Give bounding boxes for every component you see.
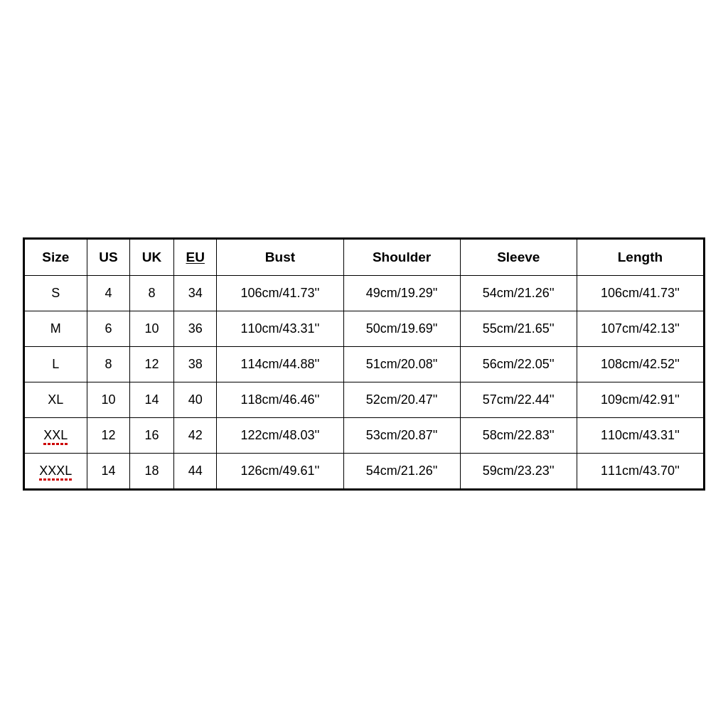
cell-length: 107cm/42.13'' [577, 311, 703, 347]
table-row: S4834106cm/41.73''49cm/19.29''54cm/21.26… [25, 276, 704, 311]
cell-shoulder: 50cm/19.69'' [343, 311, 460, 347]
cell-eu: 44 [174, 454, 217, 489]
table-row: XXXL141844126cm/49.61''54cm/21.26''59cm/… [25, 454, 704, 489]
cell-eu: 42 [174, 418, 217, 454]
table-row: XL101440118cm/46.46''52cm/20.47''57cm/22… [25, 382, 704, 418]
cell-shoulder: 53cm/20.87'' [343, 418, 460, 454]
cell-shoulder: 51cm/20.08'' [343, 347, 460, 382]
cell-eu: 40 [174, 382, 217, 418]
cell-length: 111cm/43.70'' [577, 454, 703, 489]
cell-eu: 34 [174, 276, 217, 311]
cell-us: 6 [87, 311, 129, 347]
table-header-row: Size US UK EU Bust Shoulder Sleeve Lengt… [25, 240, 704, 276]
cell-uk: 10 [130, 311, 174, 347]
header-size: Size [25, 240, 87, 276]
header-shoulder: Shoulder [343, 240, 460, 276]
cell-uk: 18 [130, 454, 174, 489]
cell-size: M [25, 311, 87, 347]
cell-length: 110cm/43.31'' [577, 418, 703, 454]
cell-bust: 114cm/44.88'' [217, 347, 343, 382]
cell-us: 8 [87, 347, 129, 382]
cell-bust: 126cm/49.61'' [217, 454, 343, 489]
header-us: US [87, 240, 129, 276]
table-row: M61036110cm/43.31''50cm/19.69''55cm/21.6… [25, 311, 704, 347]
cell-size: XXL [25, 418, 87, 454]
cell-sleeve: 54cm/21.26'' [460, 276, 577, 311]
header-sleeve: Sleeve [460, 240, 577, 276]
cell-us: 14 [87, 454, 129, 489]
cell-us: 12 [87, 418, 129, 454]
cell-size: S [25, 276, 87, 311]
cell-eu: 38 [174, 347, 217, 382]
cell-bust: 122cm/48.03'' [217, 418, 343, 454]
cell-shoulder: 52cm/20.47'' [343, 382, 460, 418]
table-row: L81238114cm/44.88''51cm/20.08''56cm/22.0… [25, 347, 704, 382]
cell-size: XXXL [25, 454, 87, 489]
cell-length: 108cm/42.52'' [577, 347, 703, 382]
cell-uk: 8 [130, 276, 174, 311]
size-chart-container: Size US UK EU Bust Shoulder Sleeve Lengt… [23, 237, 705, 491]
header-eu: EU [174, 240, 217, 276]
cell-uk: 12 [130, 347, 174, 382]
cell-size: XL [25, 382, 87, 418]
header-length: Length [577, 240, 703, 276]
header-bust: Bust [217, 240, 343, 276]
cell-length: 106cm/41.73'' [577, 276, 703, 311]
cell-shoulder: 49cm/19.29'' [343, 276, 460, 311]
header-uk: UK [130, 240, 174, 276]
cell-size: L [25, 347, 87, 382]
table-row: XXL121642122cm/48.03''53cm/20.87''58cm/2… [25, 418, 704, 454]
cell-sleeve: 55cm/21.65'' [460, 311, 577, 347]
cell-us: 10 [87, 382, 129, 418]
cell-eu: 36 [174, 311, 217, 347]
cell-bust: 110cm/43.31'' [217, 311, 343, 347]
cell-sleeve: 57cm/22.44'' [460, 382, 577, 418]
cell-bust: 118cm/46.46'' [217, 382, 343, 418]
cell-length: 109cm/42.91'' [577, 382, 703, 418]
cell-sleeve: 56cm/22.05'' [460, 347, 577, 382]
cell-uk: 14 [130, 382, 174, 418]
header-eu-label: EU [186, 250, 205, 264]
cell-sleeve: 59cm/23.23'' [460, 454, 577, 489]
cell-uk: 16 [130, 418, 174, 454]
cell-shoulder: 54cm/21.26'' [343, 454, 460, 489]
cell-us: 4 [87, 276, 129, 311]
cell-sleeve: 58cm/22.83'' [460, 418, 577, 454]
size-chart-table: Size US UK EU Bust Shoulder Sleeve Lengt… [24, 239, 704, 489]
cell-bust: 106cm/41.73'' [217, 276, 343, 311]
